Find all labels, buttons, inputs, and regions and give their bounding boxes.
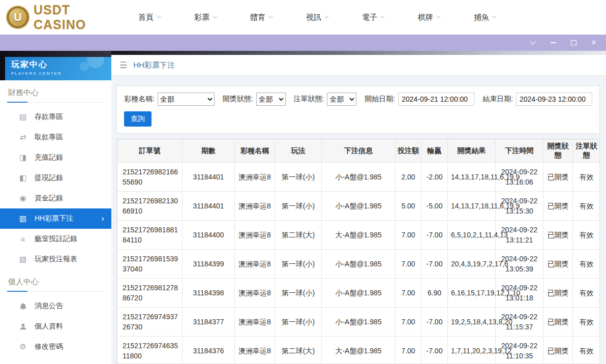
sidebar-item-player-bet-report[interactable]: ▧ 玩家投注報表 [0, 249, 111, 269]
table-cell: 澳洲幸运8 [235, 192, 275, 221]
nav-item-live[interactable]: 視訊 [306, 13, 328, 22]
player-bet-report-icon: ▧ [18, 255, 27, 264]
table-cell: 大-A盤@1.985 [322, 221, 396, 250]
bets-table-card: 訂單號期數彩種名稱玩法下注信息投注額輸贏開獎結果下注時間開獎狀態注單狀態 215… [116, 139, 600, 364]
table-cell: -2.00 [421, 163, 448, 192]
sidebar-item-label: 充值記錄 [35, 153, 63, 162]
chevron-down-icon [324, 13, 329, 18]
table-cell: 7.00 [396, 337, 421, 364]
column-header: 訂單號 [117, 140, 183, 163]
sidebar-top: 玩家中心 PLAYERS CENTER [0, 51, 111, 80]
section-agent-heading: 代理中心 [7, 357, 104, 364]
table-cell: 14,13,17,18,11,6,19,9 [448, 192, 496, 221]
table-cell: 6,5,10,2,1,11,4,13 [448, 221, 496, 250]
table-cell: 小-A盤@1.985 [322, 279, 396, 308]
column-header: 輸贏 [421, 140, 448, 163]
sidebar-item-label: HH彩票下注 [35, 214, 73, 223]
sidebar-item-label: 資金記錄 [35, 194, 63, 203]
sidebar-item-hh-lottery-bets[interactable]: ▥ HH彩票下注 › [0, 208, 111, 229]
window-close-icon[interactable]: × [590, 39, 598, 47]
table-cell: 有效 [573, 337, 600, 364]
chevron-down-icon [436, 13, 441, 18]
sidebar-item-recharge-record[interactable]: ◨ 充值記錄 [0, 147, 111, 168]
nav-label: 首頁 [138, 13, 154, 22]
sidebar-item-label: 修改密碼 [35, 342, 63, 351]
sidebar-item-withdraw[interactable]: ⇄ 取款專區 [0, 127, 111, 147]
table-cell: 31184401 [183, 163, 235, 192]
table-cell: 第一球(小) [275, 163, 322, 192]
table-cell: 2152172697493726730 [117, 308, 183, 337]
nav-item-lottery[interactable]: 彩票 [194, 13, 217, 22]
chevron-down-icon [492, 13, 497, 18]
table-cell: 已開獎 [543, 337, 573, 364]
chevron-down-icon [157, 13, 162, 18]
bell-icon [18, 302, 27, 310]
table-cell: 第一球(小) [275, 250, 322, 279]
sidebar-item-funds-record[interactable]: ◉ 資金記錄 [0, 188, 111, 208]
sidebar-item-label: 消息公告 [35, 301, 63, 311]
table-cell: 小-A盤@1.985 [322, 163, 396, 192]
start-date-label: 開始日期: [365, 95, 395, 104]
chevron-down-icon [380, 13, 385, 18]
nav-item-cards[interactable]: 棋牌 [418, 13, 440, 22]
lottery-name-select[interactable]: 全部 [158, 93, 215, 106]
nav-label: 捕魚 [474, 13, 489, 22]
nav-item-sports[interactable]: 體育 [250, 13, 272, 22]
funds-record-icon: ◉ [18, 194, 27, 203]
coin-letter: U [14, 11, 22, 24]
table-cell: 14,13,17,18,11,6,19,9 [448, 163, 496, 192]
chevron-down-icon [268, 13, 274, 18]
table-cell: 有效 [573, 163, 600, 192]
window-minimize-icon[interactable] [549, 39, 557, 47]
table-row: 215217269812788672031184398澳洲幸运8第一球(小)小-… [117, 279, 600, 308]
nav-item-fishing[interactable]: 捕魚 [474, 13, 496, 22]
draw-status-select[interactable]: 全部 [256, 93, 286, 106]
search-button[interactable]: 查詢 [124, 111, 152, 127]
column-header: 彩種名稱 [235, 140, 275, 163]
table-cell: 已開獎 [543, 221, 573, 250]
hamburger-menu-icon[interactable]: ☰ [119, 60, 127, 71]
order-status-select[interactable]: 全部 [327, 93, 356, 106]
table-cell: 2152172698188184110 [117, 221, 183, 250]
chevron-down-icon [213, 13, 218, 18]
table-cell: 31184398 [183, 279, 235, 308]
sidebar-item-announcements[interactable]: 消息公告 [0, 296, 111, 316]
nav-item-home[interactable]: 首頁 [138, 13, 161, 22]
column-header: 期數 [183, 140, 235, 163]
end-date-input[interactable] [516, 93, 592, 106]
sidebar-item-label: 個人資料 [35, 322, 63, 331]
filter-panel: 彩種名稱: 全部 開獎狀態: 全部 注單狀態: 全部 開始日期: 結束日期: 查… [116, 85, 600, 134]
recharge-record-icon: ◨ [18, 153, 27, 162]
sidebar-item-change-password[interactable]: ⚙ 修改密碼 [0, 337, 111, 357]
table-cell: 31184400 [183, 221, 235, 250]
sidebar-item-room-bet-record[interactable]: ≡ 廳室投註記錄 [0, 229, 111, 249]
start-date-input[interactable] [398, 93, 474, 106]
table-cell: 已開獎 [543, 192, 573, 221]
brand-name: USDT CASINO [34, 3, 122, 32]
table-cell: 澳洲幸运8 [235, 279, 275, 308]
sidebar-item-profile[interactable]: 個人資料 [0, 316, 111, 337]
table-cell: 31184401 [183, 192, 235, 221]
table-body: 215217269821665569031184401澳洲幸运8第一球(小)小-… [117, 163, 600, 364]
table-cell: 7.00 [396, 308, 421, 337]
order-status-label: 注單狀態: [294, 95, 324, 104]
table-cell: 澳洲幸运8 [235, 308, 275, 337]
filter-row: 彩種名稱: 全部 開獎狀態: 全部 注單狀態: 全部 開始日期: 結束日期: [124, 93, 592, 106]
nav-item-slots[interactable]: 電子 [362, 13, 384, 22]
table-cell: -7.00 [421, 308, 448, 337]
window-collapse-icon[interactable] [529, 39, 537, 47]
table-cell: 已開獎 [543, 279, 573, 308]
table-cell: 20,4,3,19,7,2,17,6 [448, 250, 496, 279]
sidebar-item-withdrawal-record[interactable]: ◧ 提現記錄 [0, 168, 111, 188]
window-restore-icon[interactable] [569, 39, 578, 47]
room-bet-record-icon: ≡ [18, 235, 27, 244]
table-cell: 31184399 [183, 250, 235, 279]
table-cell: 澳洲幸运8 [235, 250, 275, 279]
column-header: 投注額 [396, 140, 421, 163]
table-row: 215217269821665569031184401澳洲幸运8第一球(小)小-… [117, 163, 600, 192]
table-row: 215217269818818411031184400澳洲幸运8第二球(大)大-… [117, 221, 600, 250]
sidebar-item-deposit[interactable]: ▤ 存款專區 [0, 107, 111, 127]
coin-logo-icon: U [6, 6, 29, 29]
draw-status-label: 開獎狀態: [223, 95, 253, 104]
sidebar-item-label: 存款專區 [35, 112, 63, 122]
